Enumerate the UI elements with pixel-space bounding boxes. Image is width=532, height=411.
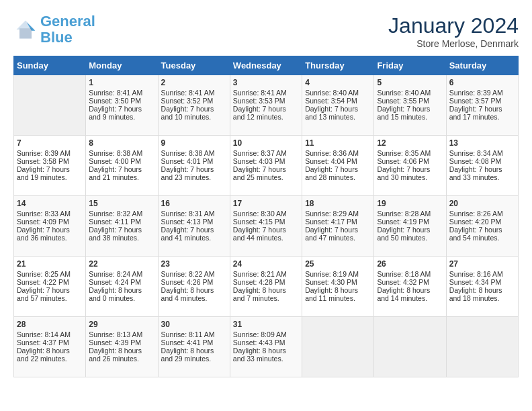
day-info: Sunset: 4:15 PM <box>233 218 299 226</box>
day-info: Sunrise: 8:41 AM <box>233 89 299 97</box>
calendar-cell <box>14 75 86 136</box>
day-info: and 50 minutes. <box>377 234 443 242</box>
day-info: and 33 minutes. <box>449 173 515 181</box>
day-number: 31 <box>233 320 299 329</box>
day-number: 7 <box>17 138 83 148</box>
day-info: Daylight: 7 hours <box>233 226 299 234</box>
day-info: Sunrise: 8:28 AM <box>377 210 443 218</box>
day-info: Daylight: 7 hours <box>305 165 371 173</box>
calendar-cell: 14Sunrise: 8:33 AMSunset: 4:09 PMDayligh… <box>14 196 86 257</box>
day-info: Sunset: 4:11 PM <box>89 218 154 226</box>
day-info: and 36 minutes. <box>17 234 83 242</box>
day-info: and 22 minutes. <box>17 355 83 363</box>
day-number: 10 <box>233 138 299 148</box>
calendar-cell <box>446 317 518 377</box>
day-info: Daylight: 7 hours <box>377 165 443 173</box>
day-number: 29 <box>89 320 154 329</box>
day-number: 15 <box>89 199 154 208</box>
calendar-cell: 12Sunrise: 8:35 AMSunset: 4:06 PMDayligh… <box>374 136 446 196</box>
day-info: Sunset: 4:41 PM <box>161 338 227 347</box>
logo: General Blue <box>13 13 95 46</box>
day-info: and 13 minutes. <box>305 113 371 121</box>
calendar-cell: 17Sunrise: 8:30 AMSunset: 4:15 PMDayligh… <box>230 196 302 257</box>
header-friday: Friday <box>374 56 446 75</box>
day-info: and 19 minutes. <box>17 173 83 181</box>
calendar-cell: 25Sunrise: 8:19 AMSunset: 4:30 PMDayligh… <box>302 257 374 317</box>
day-number: 18 <box>305 199 371 208</box>
day-info: Daylight: 8 hours <box>377 286 443 294</box>
day-info: Sunrise: 8:19 AM <box>305 270 371 278</box>
svg-rect-3 <box>19 28 32 38</box>
day-info: Daylight: 7 hours <box>17 165 83 173</box>
day-info: Sunset: 4:30 PM <box>305 278 371 286</box>
day-info: Daylight: 7 hours <box>89 105 154 113</box>
day-info: and 38 minutes. <box>89 234 154 242</box>
day-number: 12 <box>377 138 443 148</box>
day-info: Sunset: 4:06 PM <box>377 157 443 165</box>
day-info: Sunset: 4:00 PM <box>89 157 154 165</box>
day-info: Sunset: 4:26 PM <box>161 278 227 286</box>
day-info: and 57 minutes. <box>17 294 83 302</box>
day-info: and 54 minutes. <box>449 234 515 242</box>
calendar-cell: 18Sunrise: 8:29 AMSunset: 4:17 PMDayligh… <box>302 196 374 257</box>
day-info: Daylight: 8 hours <box>89 347 154 355</box>
day-info: Daylight: 7 hours <box>233 165 299 173</box>
logo-general: General <box>40 13 95 30</box>
header-sunday: Sunday <box>14 56 86 75</box>
calendar-cell: 22Sunrise: 8:24 AMSunset: 4:24 PMDayligh… <box>86 257 158 317</box>
day-info: Daylight: 7 hours <box>161 105 227 113</box>
day-number: 6 <box>449 78 515 87</box>
day-info: Sunrise: 8:38 AM <box>89 149 154 157</box>
calendar-cell: 1Sunrise: 8:41 AMSunset: 3:50 PMDaylight… <box>86 75 158 136</box>
day-number: 5 <box>377 78 443 87</box>
header-monday: Monday <box>86 56 158 75</box>
day-info: Daylight: 7 hours <box>17 226 83 234</box>
day-info: Daylight: 8 hours <box>89 286 154 294</box>
day-info: Sunrise: 8:13 AM <box>89 330 154 338</box>
calendar-table: SundayMondayTuesdayWednesdayThursdayFrid… <box>13 56 519 377</box>
day-info: Daylight: 7 hours <box>89 165 154 173</box>
calendar-cell: 29Sunrise: 8:13 AMSunset: 4:39 PMDayligh… <box>86 317 158 377</box>
day-info: Sunrise: 8:36 AM <box>305 149 371 157</box>
day-info: and 9 minutes. <box>89 113 154 121</box>
day-number: 9 <box>161 138 227 148</box>
day-info: Sunset: 4:32 PM <box>377 278 443 286</box>
day-info: Sunset: 4:17 PM <box>305 218 371 226</box>
day-number: 25 <box>305 259 371 269</box>
day-number: 11 <box>305 138 371 148</box>
day-info: Sunrise: 8:09 AM <box>233 330 299 338</box>
day-info: Daylight: 7 hours <box>305 226 371 234</box>
day-info: and 28 minutes. <box>305 173 371 181</box>
day-info: Daylight: 7 hours <box>17 286 83 294</box>
calendar-cell: 10Sunrise: 8:37 AMSunset: 4:03 PMDayligh… <box>230 136 302 196</box>
day-info: and 11 minutes. <box>305 294 371 302</box>
calendar-cell: 15Sunrise: 8:32 AMSunset: 4:11 PMDayligh… <box>86 196 158 257</box>
day-info: and 41 minutes. <box>161 234 227 242</box>
day-info: and 44 minutes. <box>233 234 299 242</box>
header-saturday: Saturday <box>446 56 518 75</box>
calendar-week-5: 28Sunrise: 8:14 AMSunset: 4:37 PMDayligh… <box>14 317 519 377</box>
day-info: Sunset: 4:37 PM <box>17 338 83 347</box>
day-info: Sunset: 3:58 PM <box>17 157 83 165</box>
day-info: Sunrise: 8:21 AM <box>233 270 299 278</box>
day-info: Sunset: 4:28 PM <box>233 278 299 286</box>
page-header: General Blue January 2024 Store Merlose,… <box>13 13 519 49</box>
day-number: 24 <box>233 259 299 269</box>
day-number: 2 <box>161 78 227 87</box>
day-info: Sunset: 4:04 PM <box>305 157 371 165</box>
calendar-cell: 26Sunrise: 8:18 AMSunset: 4:32 PMDayligh… <box>374 257 446 317</box>
day-info: Daylight: 7 hours <box>305 105 371 113</box>
day-info: Daylight: 8 hours <box>161 347 227 355</box>
calendar-week-4: 21Sunrise: 8:25 AMSunset: 4:22 PMDayligh… <box>14 257 519 317</box>
day-number: 14 <box>17 199 83 208</box>
day-info: and 29 minutes. <box>161 355 227 363</box>
day-info: and 12 minutes. <box>233 113 299 121</box>
day-info: and 30 minutes. <box>377 173 443 181</box>
calendar-cell: 13Sunrise: 8:34 AMSunset: 4:08 PMDayligh… <box>446 136 518 196</box>
day-number: 3 <box>233 78 299 87</box>
day-number: 21 <box>17 259 83 269</box>
calendar-cell: 6Sunrise: 8:39 AMSunset: 3:57 PMDaylight… <box>446 75 518 136</box>
day-info: Sunrise: 8:18 AM <box>377 270 443 278</box>
day-info: Sunset: 4:19 PM <box>377 218 443 226</box>
day-info: Sunset: 4:39 PM <box>89 338 154 347</box>
